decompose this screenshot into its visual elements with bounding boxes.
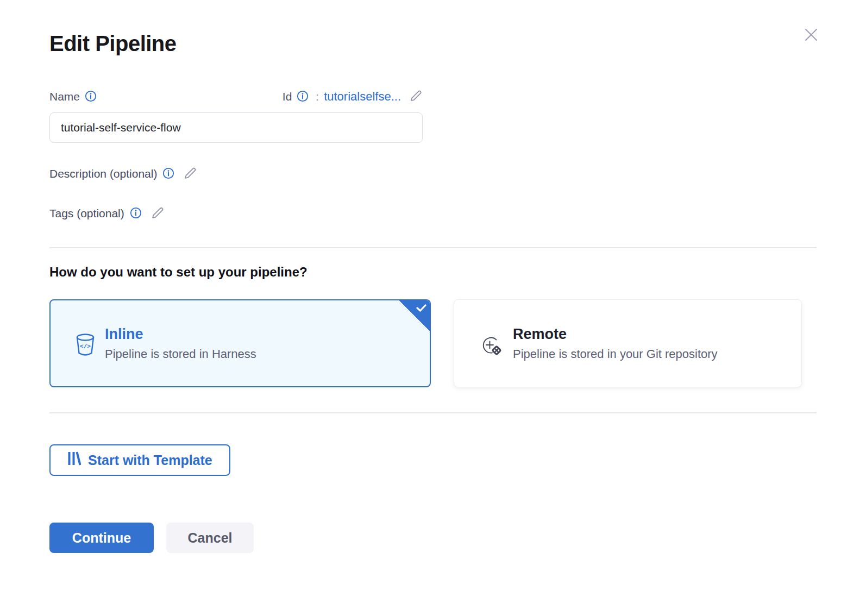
edit-tags-button[interactable] xyxy=(150,206,165,222)
tags-row: Tags (optional) xyxy=(49,205,817,222)
card-remote-title: Remote xyxy=(513,326,718,343)
template-library-icon xyxy=(67,450,81,470)
id-value-link[interactable]: tutorialselfse... xyxy=(324,90,401,104)
id-label: Id xyxy=(283,90,292,103)
description-row: Description (optional) xyxy=(49,165,817,183)
info-icon xyxy=(162,167,174,181)
card-remote-subtitle: Pipeline is stored in your Git repositor… xyxy=(513,347,718,361)
modal-actions: Continue Cancel xyxy=(49,523,817,553)
start-with-template-button[interactable]: Start with Template xyxy=(49,444,230,476)
edit-pipeline-modal: Edit Pipeline Name Id xyxy=(0,0,866,616)
name-info-button[interactable] xyxy=(85,90,97,104)
modal-title: Edit Pipeline xyxy=(49,0,817,56)
info-icon xyxy=(297,90,309,104)
card-remote-text: Remote Pipeline is stored in your Git re… xyxy=(513,326,718,361)
id-separator: : xyxy=(316,90,319,103)
info-icon xyxy=(130,207,142,221)
remote-git-icon xyxy=(478,332,504,359)
cancel-button[interactable]: Cancel xyxy=(166,523,254,553)
card-inline[interactable]: </> Inline Pipeline is stored in Harness xyxy=(49,299,431,387)
pencil-icon xyxy=(150,206,165,222)
card-inline-text: Inline Pipeline is stored in Harness xyxy=(105,326,256,361)
selected-check-icon xyxy=(399,300,430,331)
name-label-group: Name xyxy=(49,90,97,104)
divider xyxy=(49,412,817,413)
id-info-button[interactable] xyxy=(297,90,309,104)
name-id-row: Name Id xyxy=(49,89,423,105)
start-with-template-label: Start with Template xyxy=(88,452,212,468)
close-button[interactable] xyxy=(802,26,820,45)
pencil-icon xyxy=(409,89,423,104)
info-icon xyxy=(85,90,97,104)
divider xyxy=(49,247,817,248)
continue-button[interactable]: Continue xyxy=(49,523,154,553)
card-inline-title: Inline xyxy=(105,326,256,343)
inline-harness-icon: </> xyxy=(74,332,96,359)
tags-info-button[interactable] xyxy=(130,207,142,221)
description-info-button[interactable] xyxy=(162,167,174,181)
name-label: Name xyxy=(49,90,80,103)
edit-description-button[interactable] xyxy=(183,166,197,182)
pencil-icon xyxy=(183,166,197,182)
card-inline-subtitle: Pipeline is stored in Harness xyxy=(105,347,256,361)
name-input[interactable] xyxy=(49,112,423,143)
description-label: Description (optional) xyxy=(49,167,157,180)
svg-text:</>: </> xyxy=(80,343,91,350)
close-icon xyxy=(802,26,820,45)
setup-question: How do you want to set up your pipeline? xyxy=(49,265,817,280)
card-remote[interactable]: Remote Pipeline is stored in your Git re… xyxy=(454,299,802,387)
edit-id-button[interactable] xyxy=(409,89,423,104)
id-group: Id : tutorialselfse... xyxy=(283,89,423,104)
pipeline-storage-options: </> Inline Pipeline is stored in Harness xyxy=(49,299,817,387)
tags-label: Tags (optional) xyxy=(49,207,124,220)
